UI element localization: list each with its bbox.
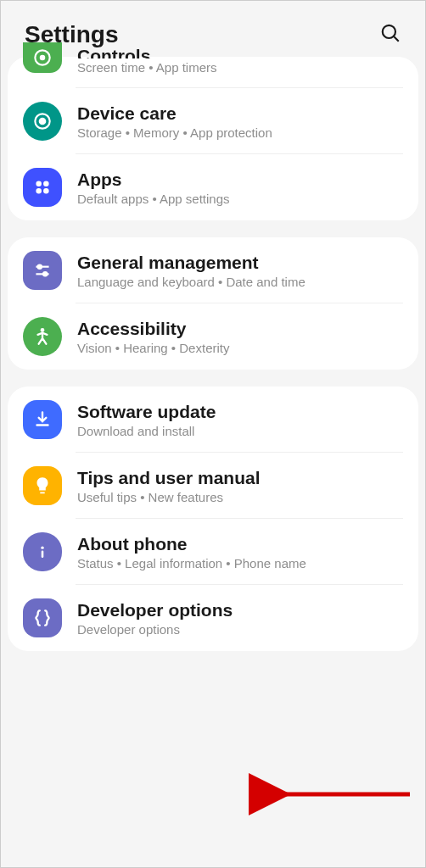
- apps-icon: [23, 168, 62, 207]
- item-subtitle: Status • Legal information • Phone name: [77, 556, 403, 570]
- svg-point-8: [36, 188, 42, 194]
- lightbulb-icon: [23, 466, 62, 505]
- svg-point-5: [40, 119, 46, 125]
- settings-item-apps[interactable]: Apps Default apps • App settings: [8, 154, 418, 220]
- item-subtitle: Language and keyboard • Date and time: [77, 275, 403, 289]
- sliders-icon: [23, 251, 62, 290]
- item-title: Developer options: [77, 600, 403, 620]
- item-title: General management: [77, 253, 403, 273]
- svg-point-3: [40, 54, 46, 60]
- item-subtitle: Default apps • App settings: [77, 192, 403, 206]
- svg-point-15: [41, 546, 43, 548]
- svg-rect-16: [42, 550, 44, 558]
- item-title: About phone: [77, 534, 403, 554]
- settings-group: General management Language and keyboard…: [8, 237, 418, 370]
- settings-item-controls[interactable]: Controls Screen time • App timers: [8, 57, 418, 88]
- item-title: Software update: [77, 402, 403, 422]
- settings-item-device-care[interactable]: Device care Storage • Memory • App prote…: [8, 88, 418, 154]
- search-icon[interactable]: [379, 22, 401, 47]
- annotation-arrow: [249, 769, 418, 820]
- item-title: Controls: [77, 47, 403, 58]
- settings-item-accessibility[interactable]: Accessibility Vision • Hearing • Dexteri…: [8, 303, 418, 370]
- item-subtitle: Download and install: [77, 424, 403, 438]
- item-subtitle: Screen time • App timers: [77, 60, 403, 75]
- svg-point-6: [36, 181, 42, 186]
- item-title: Tips and user manual: [77, 468, 403, 488]
- item-title: Device care: [77, 103, 403, 124]
- settings-item-general-management[interactable]: General management Language and keyboard…: [8, 237, 418, 303]
- svg-point-14: [41, 328, 45, 332]
- svg-point-7: [43, 181, 49, 186]
- item-subtitle: Vision • Hearing • Dexterity: [77, 341, 403, 355]
- settings-item-software-update[interactable]: Software update Download and install: [8, 387, 418, 453]
- device-care-icon: [23, 102, 62, 141]
- settings-list: Controls Screen time • App timers Device…: [1, 57, 425, 651]
- settings-item-tips[interactable]: Tips and user manual Useful tips • New f…: [8, 453, 418, 519]
- settings-item-about-phone[interactable]: About phone Status • Legal information •…: [8, 519, 418, 585]
- svg-line-1: [394, 36, 398, 41]
- controls-icon: [23, 42, 62, 73]
- info-icon: [23, 532, 62, 571]
- item-subtitle: Developer options: [77, 622, 403, 637]
- settings-group: Software update Download and install Tip…: [8, 387, 418, 651]
- svg-point-13: [43, 272, 47, 275]
- download-icon: [23, 400, 62, 439]
- item-subtitle: Storage • Memory • App protection: [77, 125, 403, 140]
- code-braces-icon: [23, 598, 62, 637]
- svg-point-9: [43, 188, 49, 194]
- svg-point-11: [38, 265, 42, 269]
- settings-item-developer-options[interactable]: Developer options Developer options: [8, 585, 418, 651]
- settings-group: Controls Screen time • App timers Device…: [8, 57, 418, 220]
- svg-point-0: [383, 25, 395, 38]
- item-title: Apps: [77, 170, 403, 190]
- item-title: Accessibility: [77, 319, 403, 339]
- item-subtitle: Useful tips • New features: [77, 490, 403, 504]
- accessibility-icon: [23, 317, 62, 356]
